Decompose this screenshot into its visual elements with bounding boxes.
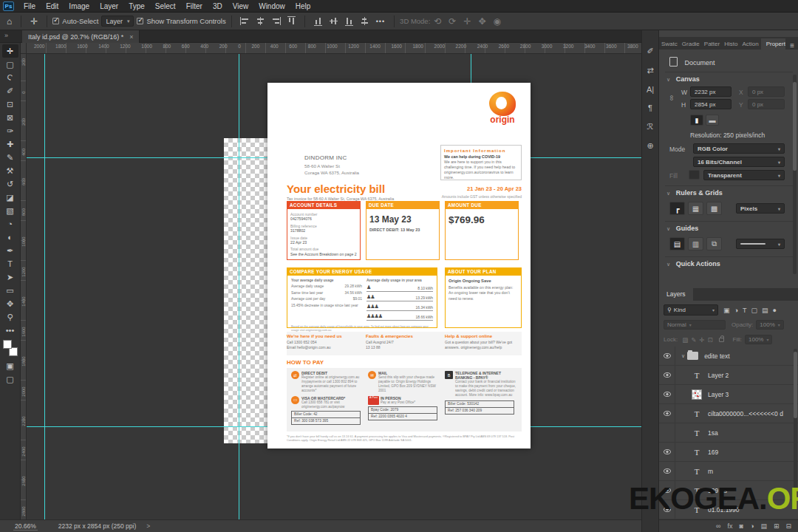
blur-tool[interactable]: ◔ bbox=[2, 217, 18, 231]
layer-mask-icon[interactable]: ◙ bbox=[740, 522, 743, 530]
auto-select-target-dropdown[interactable]: Layer bbox=[101, 16, 134, 27]
layer-row[interactable]: ∨ cilta0000000...<<<<<<<0 d bbox=[659, 404, 798, 423]
type-tool[interactable]: T bbox=[2, 257, 18, 270]
layer-name[interactable]: 169 bbox=[708, 449, 718, 456]
distribute-center-icon[interactable] bbox=[330, 16, 338, 26]
collapse-panels-icon[interactable]: » bbox=[4, 32, 8, 39]
menu-item[interactable]: Image bbox=[64, 2, 95, 10]
menu-item[interactable]: Filter bbox=[181, 2, 208, 10]
menu-item[interactable]: Help bbox=[290, 2, 316, 10]
visibility-toggle[interactable] bbox=[659, 347, 675, 366]
layer-row[interactable]: ∨ Layer 3 bbox=[659, 385, 798, 404]
zoom-tool[interactable]: ⚲ bbox=[2, 310, 18, 324]
layer-thumbnail[interactable] bbox=[692, 447, 702, 457]
toggle-rulers-button[interactable]: ┏ bbox=[669, 202, 685, 215]
gradient-tool[interactable]: ▧ bbox=[2, 204, 18, 217]
ruler-units-dropdown[interactable]: Pixels bbox=[736, 203, 785, 214]
hand-tool[interactable]: ✥ bbox=[2, 297, 18, 310]
filter-type-layers-icon[interactable]: T bbox=[743, 307, 747, 314]
menu-item[interactable]: Window bbox=[253, 2, 290, 10]
vertical-guide[interactable] bbox=[44, 54, 45, 519]
adjustment-layer-icon[interactable]: ◑ bbox=[750, 522, 754, 530]
visibility-toggle[interactable] bbox=[659, 404, 675, 423]
show-transform-controls-checkbox[interactable] bbox=[137, 18, 143, 24]
properties-scrollbar[interactable] bbox=[793, 75, 797, 274]
lock-transparency-icon[interactable]: ▨ bbox=[682, 336, 688, 344]
fill-swatch[interactable] bbox=[689, 170, 700, 180]
layer-filter-kind-dropdown[interactable]: ⚲ Kind bbox=[664, 304, 718, 316]
lock-all-icon[interactable] bbox=[719, 338, 724, 342]
eraser-tool[interactable]: ◪ bbox=[2, 191, 18, 204]
tab-properties[interactable]: Properties bbox=[761, 38, 786, 50]
align-center-horizontal-icon[interactable] bbox=[256, 17, 265, 25]
vertical-guide[interactable] bbox=[471, 54, 471, 83]
move-tool-icon[interactable]: ✛ bbox=[27, 16, 41, 27]
menu-item[interactable]: File bbox=[18, 2, 41, 10]
layers-scrollbar[interactable] bbox=[794, 349, 797, 497]
transparent-canvas-region[interactable] bbox=[224, 138, 267, 443]
scrollbar-thumb[interactable] bbox=[793, 82, 797, 171]
layer-row[interactable]: ∨ m bbox=[659, 462, 798, 481]
canvas-section-header[interactable]: ∨ Canvas bbox=[666, 75, 700, 83]
quick-actions-section-header[interactable]: ∨ Quick Actions bbox=[666, 260, 720, 267]
align-top-icon[interactable] bbox=[287, 16, 296, 26]
distribute-bottom-icon[interactable] bbox=[345, 16, 353, 26]
layer-name[interactable]: Layer 3 bbox=[708, 391, 729, 398]
toggle-pixel-grid-button[interactable]: ▩ bbox=[706, 202, 722, 215]
distribute-top-icon[interactable] bbox=[314, 16, 322, 26]
photoshop-logo[interactable]: Ps bbox=[3, 1, 14, 11]
visibility-toggle[interactable] bbox=[659, 366, 675, 385]
align-left-icon[interactable] bbox=[240, 17, 250, 25]
vertical-ruler[interactable]: 2000200400600800100012001400160018002000… bbox=[21, 54, 27, 519]
delete-layer-icon[interactable]: ⊟ bbox=[785, 522, 791, 530]
layer-name[interactable]: m bbox=[708, 468, 713, 475]
fill-dropdown[interactable]: Transparent bbox=[703, 170, 785, 180]
status-chevron-icon[interactable]: > bbox=[146, 522, 150, 530]
menu-item[interactable]: Edit bbox=[41, 2, 64, 10]
guides-section-header[interactable]: ∨ Guides bbox=[666, 225, 698, 232]
crop-tool[interactable]: ⊡ bbox=[2, 98, 18, 111]
layer-thumbnail[interactable] bbox=[692, 428, 702, 438]
home-icon[interactable]: ⌂ bbox=[3, 16, 16, 27]
auto-select-checkbox[interactable] bbox=[52, 18, 59, 24]
scrollbar-thumb[interactable] bbox=[794, 352, 797, 418]
lock-position-icon[interactable]: ✛ bbox=[699, 336, 704, 344]
healing-brush-tool[interactable]: ✚ bbox=[2, 137, 18, 151]
width-field[interactable]: 2232 px bbox=[690, 86, 732, 97]
layer-row[interactable]: ∨ edite text bbox=[659, 347, 798, 366]
quick-selection-tool[interactable]: ✐ bbox=[2, 84, 18, 98]
filter-adjustment-layers-icon[interactable]: ◑ bbox=[734, 307, 738, 314]
filter-pixel-layers-icon[interactable]: ▣ bbox=[723, 307, 730, 314]
panel-tab[interactable]: Action bbox=[740, 38, 760, 50]
move-tool[interactable]: ✛ bbox=[2, 44, 18, 58]
horizontal-ruler[interactable]: 2000180016001400120010008006004002000200… bbox=[27, 43, 641, 54]
bill-document[interactable]: origin DINDORM INC 58-60 A Walter St Cor… bbox=[267, 83, 531, 449]
lock-guides-button[interactable]: ▥ bbox=[688, 237, 703, 250]
rulers-grids-section-header[interactable]: ∨ Rulers & Grids bbox=[666, 189, 723, 197]
glyphs-panel-icon[interactable]: ℛ bbox=[647, 122, 654, 132]
menu-item[interactable]: Select bbox=[150, 2, 181, 10]
frame-tool[interactable]: ⊠ bbox=[2, 111, 18, 124]
history-brush-tool[interactable]: ↺ bbox=[2, 177, 18, 191]
paragraph-panel-icon[interactable]: ¶ bbox=[648, 103, 652, 112]
brush-tool[interactable]: ✎ bbox=[2, 151, 18, 164]
layer-name[interactable]: 1sa bbox=[708, 429, 718, 437]
menu-item[interactable]: Type bbox=[123, 2, 150, 10]
more-options-icon[interactable]: ••• bbox=[372, 18, 389, 25]
menu-item[interactable]: View bbox=[228, 2, 254, 10]
color-mode-dropdown[interactable]: RGB Color bbox=[693, 143, 785, 154]
link-layers-icon[interactable]: ∞ bbox=[716, 522, 720, 530]
filter-smart-objects-icon[interactable]: ▤ bbox=[762, 307, 768, 314]
edit-toolbar-button[interactable]: ••• bbox=[2, 324, 18, 337]
align-right-icon[interactable] bbox=[271, 17, 281, 25]
layer-name[interactable]: Layer 2 bbox=[708, 372, 729, 379]
visibility-toggle[interactable] bbox=[659, 443, 675, 462]
clear-guides-button[interactable]: ⧉ bbox=[706, 237, 722, 250]
libraries-panel-icon[interactable]: ⊕ bbox=[647, 141, 653, 151]
tab-layers[interactable]: Layers bbox=[659, 288, 693, 301]
quick-mask-button[interactable]: ▣ bbox=[2, 359, 18, 372]
lock-artboard-icon[interactable]: ⊡ bbox=[707, 336, 712, 344]
character-panel-icon[interactable]: A| bbox=[647, 85, 654, 94]
layer-thumbnail[interactable] bbox=[692, 409, 702, 419]
layer-row[interactable]: ∨ Layer 2 bbox=[659, 366, 798, 385]
